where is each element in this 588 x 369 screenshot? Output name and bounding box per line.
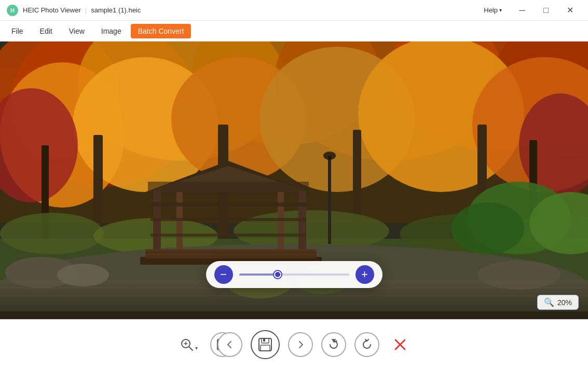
zoom-dropdown-arrow: ▾ xyxy=(195,345,198,351)
svg-rect-73 xyxy=(261,345,270,351)
menu-item-image[interactable]: Image xyxy=(94,24,129,38)
svg-rect-50 xyxy=(151,234,306,237)
svg-rect-53 xyxy=(145,249,317,251)
title-bar: H HEIC Photo Viewer | sample1 (1).heic H… xyxy=(0,0,588,21)
bottom-toolbar: ▾ xyxy=(0,319,588,369)
title-separator: | xyxy=(85,6,87,14)
svg-point-26 xyxy=(0,213,104,254)
svg-rect-43 xyxy=(148,182,309,195)
app-logo-icon: H xyxy=(6,4,19,17)
maximize-button[interactable]: □ xyxy=(534,2,558,19)
svg-rect-48 xyxy=(151,202,306,207)
zoom-slider-fill xyxy=(239,274,278,276)
rotate-left-icon xyxy=(361,339,373,350)
rotate-left-button[interactable] xyxy=(354,332,379,357)
minimize-button[interactable]: ─ xyxy=(510,2,534,19)
svg-rect-54 xyxy=(145,253,317,255)
menu-item-view[interactable]: View xyxy=(62,24,92,38)
next-button[interactable] xyxy=(288,332,313,357)
zoom-slider-thumb[interactable] xyxy=(274,271,281,278)
delete-button[interactable] xyxy=(388,332,413,357)
svg-rect-49 xyxy=(151,218,306,221)
help-button[interactable]: Help ▾ xyxy=(484,6,502,14)
help-label: Help xyxy=(484,6,498,14)
image-area: − + 🔍 20% xyxy=(0,42,588,319)
zoom-value: 20% xyxy=(557,298,572,307)
help-chevron-icon: ▾ xyxy=(499,7,502,13)
title-bar-right: Help ▾ ─ □ ✕ xyxy=(484,2,582,19)
rotate-right-button[interactable] xyxy=(321,332,346,357)
save-button[interactable] xyxy=(251,330,280,359)
zoom-search-button[interactable]: ▾ xyxy=(175,333,202,356)
svg-point-57 xyxy=(477,261,560,290)
zoom-in-button[interactable]: + xyxy=(355,265,374,284)
menu-bar: File Edit View Image Batch Convert xyxy=(0,21,588,42)
file-name: sample1 (1).heic xyxy=(91,6,141,14)
chevron-left-icon xyxy=(225,340,235,349)
menu-item-batch-convert[interactable]: Batch Convert xyxy=(131,24,192,38)
svg-point-56 xyxy=(57,264,109,286)
zoom-indicator: 🔍 20% xyxy=(537,295,579,310)
search-zoom-icon xyxy=(180,337,194,352)
close-button[interactable]: ✕ xyxy=(558,2,582,19)
title-bar-left: H HEIC Photo Viewer | sample1 (1).heic xyxy=(6,4,141,17)
menu-item-file[interactable]: File xyxy=(4,24,31,38)
zoom-magnify-icon: 🔍 xyxy=(544,297,554,307)
app-name: HEIC Photo Viewer xyxy=(23,6,81,14)
menu-item-edit[interactable]: Edit xyxy=(33,24,60,38)
svg-point-33 xyxy=(452,202,524,254)
chevron-right-icon xyxy=(296,340,305,349)
zoom-slider-track[interactable] xyxy=(239,274,349,276)
svg-line-65 xyxy=(189,347,193,350)
zoom-slider-panel: − + xyxy=(206,261,382,288)
save-icon xyxy=(258,337,272,352)
svg-point-59 xyxy=(323,152,336,160)
rotate-right-icon xyxy=(328,339,339,350)
zoom-out-button[interactable]: − xyxy=(214,265,233,284)
svg-rect-72 xyxy=(263,338,265,341)
svg-rect-63 xyxy=(0,311,588,319)
svg-text:H: H xyxy=(10,7,15,13)
close-icon xyxy=(393,338,407,351)
back-button[interactable] xyxy=(217,332,242,357)
svg-rect-58 xyxy=(328,156,331,244)
